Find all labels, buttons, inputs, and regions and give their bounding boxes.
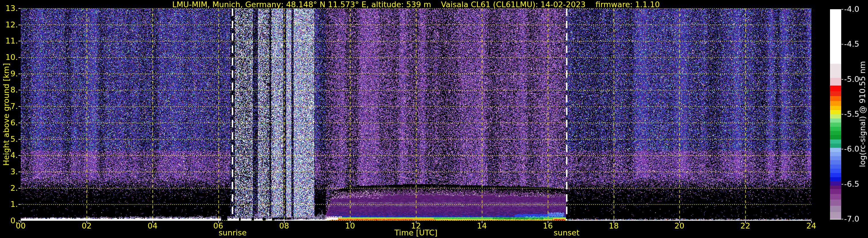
x-axis-label: Time [UTC] bbox=[395, 229, 437, 237]
colorbar-label: log(rc-signal) @ 910.55 nm bbox=[858, 61, 867, 167]
y-tick-label: 13. bbox=[0, 4, 18, 13]
y-tick-label: 12. bbox=[0, 20, 18, 29]
x-tick-label: 04 bbox=[148, 221, 157, 230]
x-tick-label: 24 bbox=[806, 221, 816, 230]
plot-title: LMU-MIM, Munich, Germany; 48.148° N 11.5… bbox=[21, 0, 811, 9]
y-tick-label: 4. bbox=[0, 151, 18, 160]
y-tick-label: 10. bbox=[0, 53, 18, 62]
colorbar-tick-label: -4.5 bbox=[844, 39, 859, 49]
y-tick-label: 2. bbox=[0, 183, 18, 193]
colorbar-tick-label: -5.0 bbox=[844, 75, 859, 84]
heatmap-canvas bbox=[0, 0, 868, 238]
y-tick-label: 9. bbox=[0, 69, 18, 78]
colorbar-tick-label: -4.0 bbox=[844, 5, 859, 14]
y-axis-label: Height above ground [km] bbox=[2, 63, 11, 166]
y-tick-label: 0. bbox=[0, 216, 18, 225]
x-tick-label: 22 bbox=[741, 221, 750, 230]
y-tick-label: 3. bbox=[0, 167, 18, 176]
y-tick-label: 11. bbox=[0, 36, 18, 46]
colorbar-tick-label: -7.0 bbox=[844, 214, 859, 224]
x-tick-label: 16 bbox=[543, 221, 553, 230]
y-tick-label: 7. bbox=[0, 102, 18, 111]
colorbar-tick-label: -6.5 bbox=[844, 179, 859, 189]
y-tick-label: 5. bbox=[0, 135, 18, 144]
x-tick-label: 18 bbox=[609, 221, 619, 230]
x-tick-label: 14 bbox=[477, 221, 487, 230]
x-tick-label: 02 bbox=[82, 221, 92, 230]
x-tick-label: 08 bbox=[279, 221, 289, 230]
colorbar-tick-label: -5.5 bbox=[844, 110, 859, 119]
y-tick-label: 6. bbox=[0, 118, 18, 127]
ceilometer-quicklook: LMU-MIM, Munich, Germany; 48.148° N 11.5… bbox=[0, 0, 868, 238]
x-tick-label: 10 bbox=[345, 221, 355, 230]
sunrise-label: sunrise bbox=[218, 229, 247, 237]
x-tick-label: 20 bbox=[675, 221, 684, 230]
y-tick-label: 1. bbox=[0, 200, 18, 209]
sunset-label: sunset bbox=[554, 229, 580, 237]
colorbar-tick-label: -6.0 bbox=[844, 144, 859, 154]
y-tick-label: 8. bbox=[0, 85, 18, 94]
